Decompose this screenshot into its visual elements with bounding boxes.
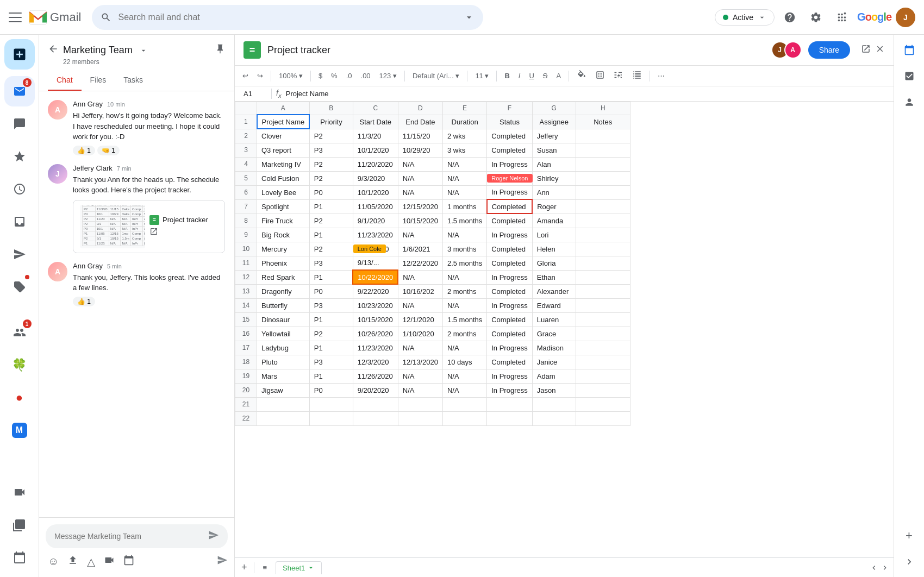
cell-B19[interactable]: P1 — [309, 369, 353, 383]
col-header-c[interactable]: C — [353, 102, 398, 115]
cell-A5[interactable]: Cold Fusion — [257, 171, 310, 185]
search-input[interactable] — [118, 12, 457, 22]
cell-H21[interactable] — [576, 397, 630, 411]
cell-E13[interactable]: 2 months — [442, 284, 486, 298]
cell-C11[interactable]: 9/13/...Lori Cole — [353, 256, 398, 270]
cell-e1[interactable]: Duration — [442, 115, 486, 129]
cell-B15[interactable]: P1 — [309, 312, 353, 327]
cell-A21[interactable] — [257, 397, 310, 411]
cell-D6[interactable]: N/A — [398, 185, 442, 199]
cell-A15[interactable]: Dinosaur — [257, 312, 310, 327]
cell-E3[interactable]: 3 wks — [442, 143, 486, 157]
cell-A20[interactable]: Jigsaw — [257, 383, 310, 397]
cell-D16[interactable]: 1/10/2020 — [398, 327, 442, 341]
settings-button[interactable] — [805, 7, 827, 28]
spreadsheet-container[interactable]: A B C D E F G H 1 Project Name — [235, 102, 894, 557]
compose-button[interactable] — [4, 39, 35, 70]
align-button[interactable] — [629, 68, 645, 84]
cell-A8[interactable]: Fire Truck — [257, 214, 310, 228]
cell-H18[interactable] — [576, 355, 630, 369]
cell-A16[interactable]: Yellowtail — [257, 327, 310, 341]
tab-files[interactable]: Files — [82, 70, 115, 91]
cell-B16[interactable]: P2 — [309, 327, 353, 341]
strikethrough-button[interactable]: S — [540, 70, 551, 82]
cell-G16[interactable]: Grace — [532, 327, 576, 341]
cell-A13[interactable]: Dragonfly — [257, 284, 310, 298]
scroll-left-icon[interactable] — [870, 563, 878, 572]
cell-D11[interactable]: 12/22/2020 — [398, 256, 442, 270]
cell-H8[interactable] — [576, 214, 630, 228]
cell-C21[interactable] — [353, 397, 398, 411]
cell-H4[interactable] — [576, 157, 630, 171]
search-bar[interactable] — [92, 5, 483, 30]
cell-C19[interactable]: 11/26/2020 — [353, 369, 398, 383]
cell-C16[interactable]: 10/26/2020 — [353, 327, 398, 341]
cell-E5[interactable]: N/A — [442, 171, 486, 185]
cell-E6[interactable]: N/A — [442, 185, 486, 199]
cell-D2[interactable]: 11/15/20 — [398, 129, 442, 143]
active-status[interactable]: Active — [715, 9, 775, 26]
bold-button[interactable]: B — [501, 70, 513, 82]
cell-D5[interactable]: N/A — [398, 171, 442, 185]
cell-h1[interactable]: Notes — [576, 115, 630, 129]
cell-B4[interactable]: P2 — [309, 157, 353, 171]
cell-D10[interactable]: 1/6/2021 — [398, 242, 442, 256]
cell-C14[interactable]: 10/23/2020 — [353, 298, 398, 312]
cell-G5[interactable]: Shirley — [532, 171, 576, 185]
cell-B20[interactable]: P0 — [309, 383, 353, 397]
cell-B9[interactable]: P1 — [309, 228, 353, 242]
cell-G10[interactable]: Helen — [532, 242, 576, 256]
cell-A7[interactable]: Spotlight — [257, 199, 310, 214]
cell-c1[interactable]: Start Date — [353, 115, 398, 129]
cell-A18[interactable]: Pluto — [257, 355, 310, 369]
cell-H22[interactable] — [576, 411, 630, 425]
calendar-button[interactable] — [121, 553, 136, 570]
cell-C8[interactable]: 9/1/2020 — [353, 214, 398, 228]
cell-A17[interactable]: Ladybug — [257, 341, 310, 355]
sidebar-item-people[interactable]: 1 — [4, 317, 35, 348]
cell-H14[interactable] — [576, 298, 630, 312]
cell-H6[interactable] — [576, 185, 630, 199]
cell-F10[interactable]: Completed — [487, 242, 532, 256]
cell-D19[interactable]: N/A — [398, 369, 442, 383]
font-select[interactable]: Default (Ari... ▾ — [409, 70, 463, 82]
cell-C18[interactable]: 12/3/2020 — [353, 355, 398, 369]
cell-G11[interactable]: Gloria — [532, 256, 576, 270]
cell-H19[interactable] — [576, 369, 630, 383]
help-button[interactable] — [779, 7, 801, 28]
cell-C2[interactable]: 11/3/20 — [353, 129, 398, 143]
pin-button[interactable] — [215, 43, 226, 57]
cell-G4[interactable]: Alan — [532, 157, 576, 171]
cell-D21[interactable] — [398, 397, 442, 411]
cell-G19[interactable]: Adam — [532, 369, 576, 383]
tab-tasks[interactable]: Tasks — [115, 70, 152, 91]
sidebar-item-clock[interactable] — [4, 174, 35, 204]
cell-H15[interactable] — [576, 312, 630, 327]
reaction-fist-1[interactable]: 🤜 1 — [97, 146, 120, 155]
cell-f1[interactable]: Status — [487, 115, 532, 129]
attachment-project-tracker[interactable]: PriorityStart DEnd DDurStatusAs P211/3/2… — [73, 200, 225, 253]
cell-B5[interactable]: P2 — [309, 171, 353, 185]
cell-B22[interactable] — [309, 411, 353, 425]
cell-F4[interactable]: In Progress — [487, 157, 532, 171]
underline-button[interactable]: U — [526, 70, 537, 82]
sidebar-item-leaf[interactable]: 🍀 — [4, 350, 35, 380]
merge-button[interactable] — [610, 68, 627, 84]
cell-G15[interactable]: Luaren — [532, 312, 576, 327]
right-calendar-button[interactable] — [898, 39, 920, 61]
col-header-f[interactable]: F — [487, 102, 532, 115]
cell-H20[interactable] — [576, 383, 630, 397]
cell-G14[interactable]: Edward — [532, 298, 576, 312]
cell-b1[interactable]: Priority — [309, 115, 353, 129]
cell-G7[interactable]: Roger — [532, 199, 576, 214]
cell-E15[interactable]: 1.5 months — [442, 312, 486, 327]
cell-F15[interactable]: Completed — [487, 312, 532, 327]
cell-D12[interactable]: N/A — [398, 270, 442, 284]
cell-E16[interactable]: 2 months — [442, 327, 486, 341]
cell-D18[interactable]: 12/13/2020 — [398, 355, 442, 369]
cell-G2[interactable]: Jeffery — [532, 129, 576, 143]
italic-button[interactable]: I — [515, 70, 524, 82]
cell-C20[interactable]: 9/20/2020 — [353, 383, 398, 397]
cell-D9[interactable]: N/A — [398, 228, 442, 242]
cell-H7[interactable] — [576, 199, 630, 214]
